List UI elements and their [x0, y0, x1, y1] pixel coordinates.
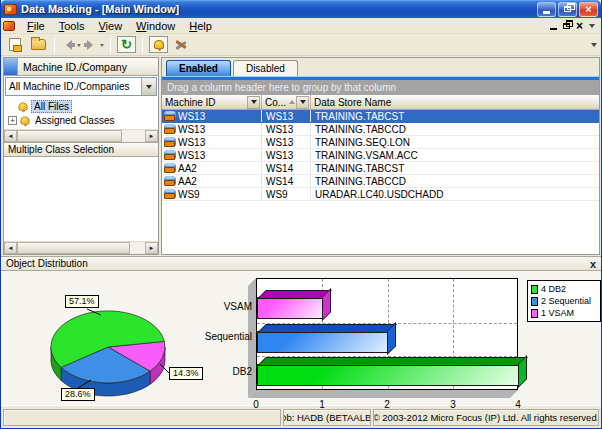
tools-icon: [174, 39, 188, 51]
cell-data-store: TRAINING.SEQ.LON: [311, 136, 599, 148]
cell-company: WS13: [262, 136, 311, 148]
data-store-icon: [164, 176, 176, 186]
panel-close-icon[interactable]: x: [590, 258, 596, 270]
table-row[interactable]: AA2 WS14 TRAINING.TABCST: [162, 162, 599, 175]
menu-help[interactable]: Help: [182, 19, 219, 33]
scroll-left-button[interactable]: ◄: [4, 130, 17, 142]
filter-dropdown-button[interactable]: [296, 96, 309, 109]
tab-enabled[interactable]: Enabled: [166, 60, 231, 76]
mdi-child-icon[interactable]: [3, 21, 15, 31]
menu-file[interactable]: File: [20, 19, 52, 33]
filter-dropdown-button[interactable]: [247, 96, 260, 109]
table-row[interactable]: WS9 WS9 URADAR.LC40.USDCHADD: [162, 188, 599, 201]
legend-swatch: [531, 285, 538, 294]
scroll-thumb[interactable]: [17, 130, 122, 142]
restore-button[interactable]: [558, 2, 577, 17]
chevron-down-icon[interactable]: [589, 24, 595, 31]
cell-data-store: TRAINING.TABCST: [311, 162, 599, 174]
data-store-icon: [164, 124, 176, 134]
toolbar-overflow-icon[interactable]: [591, 43, 597, 50]
back-button[interactable]: [61, 36, 81, 54]
toolbar-separator: [142, 37, 143, 53]
chart-legend: 4 DB22 Sequential1 VSAM: [527, 280, 601, 322]
chart-area: 57.1% 14.3% 28.6% VSAMSequentialDB201234…: [1, 271, 601, 405]
cell-data-store: TRAINING.VSAM.ACC: [311, 149, 599, 161]
data-store-icon: [164, 111, 176, 121]
scroll-thumb[interactable]: [17, 242, 130, 254]
toolbar-separator: [54, 37, 55, 53]
mdi-restore-button[interactable]: [563, 23, 570, 29]
multiple-class-title: Multiple Class Selection: [8, 144, 114, 155]
bell-icon: [21, 116, 30, 124]
bar-vsam: [257, 297, 323, 319]
pie-label-vsam: 14.3%: [169, 367, 203, 380]
column-label: Co...: [265, 97, 286, 108]
object-distribution-header: Object Distribution x: [1, 256, 601, 271]
column-header-machine-id[interactable]: Machine ID: [162, 95, 262, 109]
forward-icon: [87, 40, 98, 50]
scroll-right-button[interactable]: ►: [145, 130, 158, 142]
legend-entry: 2 Sequential: [531, 295, 597, 307]
menu-window[interactable]: Window: [129, 19, 182, 33]
tools-button[interactable]: [171, 36, 191, 54]
table-row[interactable]: WS13 WS13 TRAINING.VSAM.ACC: [162, 149, 599, 162]
cell-company: WS13: [262, 123, 311, 135]
tree-item-assigned-classes[interactable]: + Assigned Classes: [8, 113, 158, 127]
scroll-right-button[interactable]: ►: [145, 242, 158, 254]
object-distribution-title: Object Distribution: [6, 258, 88, 269]
scroll-left-button[interactable]: ◄: [4, 242, 17, 254]
tree-item-all-files[interactable]: All Files: [18, 99, 158, 113]
report-button[interactable]: [5, 36, 25, 54]
grid-tabs: Enabled Disabled: [162, 58, 599, 76]
forward-button[interactable]: [84, 36, 104, 54]
main-area: Machine ID./Company All Machine ID./Comp…: [1, 56, 601, 256]
cell-machine-id: AA2: [178, 176, 197, 187]
toolbar: ↻: [1, 34, 601, 56]
table-row[interactable]: AA2 WS14 TRAINING.TABCCD: [162, 175, 599, 188]
toolbar-separator: [110, 37, 111, 53]
data-store-icon: [164, 163, 176, 173]
minimize-button[interactable]: [537, 2, 556, 17]
column-header-company[interactable]: Co...: [262, 95, 311, 109]
bar-category-label: DB2: [204, 366, 252, 377]
bar-plot: [256, 278, 518, 390]
data-store-grid-panel: Enabled Disabled Drag a column header he…: [161, 57, 600, 255]
tab-disabled[interactable]: Disabled: [233, 60, 298, 76]
multiple-class-list[interactable]: [4, 157, 158, 241]
cell-data-store: TRAINING.TABCCD: [311, 175, 599, 187]
report-icon: [9, 38, 21, 51]
mdi-close-button[interactable]: ×: [576, 21, 583, 31]
table-row[interactable]: WS13 WS13 TRAINING.TABCCD: [162, 123, 599, 136]
panel-grip[interactable]: [4, 58, 18, 75]
group-by-band[interactable]: Drag a column header here to group by th…: [162, 80, 599, 95]
legend-entry: 1 VSAM: [531, 307, 597, 319]
column-label: Machine ID: [165, 97, 216, 108]
back-icon: [61, 40, 72, 50]
table-row[interactable]: WS13 WS13 TRAINING.TABCST: [162, 110, 599, 123]
close-button[interactable]: ×: [579, 2, 598, 17]
menu-tools[interactable]: Tools: [52, 19, 92, 33]
cell-data-store: TRAINING.TABCST: [311, 110, 599, 122]
chevron-down-icon: [300, 100, 306, 107]
multiple-class-header: Multiple Class Selection: [4, 142, 158, 157]
refresh-button[interactable]: ↻: [117, 36, 136, 53]
alerts-button[interactable]: [149, 36, 168, 53]
bar-chart: VSAMSequentialDB201234: [201, 275, 531, 403]
cell-company: WS14: [262, 162, 311, 174]
x-axis-tick: 4: [510, 399, 526, 410]
refresh-icon: ↻: [121, 37, 132, 52]
table-row[interactable]: WS13 WS13 TRAINING.SEQ.LON: [162, 136, 599, 149]
minimize-icon: [543, 11, 550, 14]
data-store-icon: [164, 150, 176, 160]
tree-horizontal-scrollbar[interactable]: ◄ ►: [4, 129, 158, 142]
list-horizontal-scrollbar[interactable]: ◄ ►: [4, 241, 158, 254]
combo-dropdown-button[interactable]: [141, 78, 156, 95]
cell-machine-id: AA2: [178, 163, 197, 174]
sort-ascending-icon: [289, 97, 295, 104]
column-header-data-store-name[interactable]: Data Store Name: [311, 95, 599, 109]
mdi-minimize-button[interactable]: [550, 28, 557, 30]
expand-icon[interactable]: +: [8, 116, 17, 125]
machine-filter-combo[interactable]: All Machine ID./Companies: [5, 77, 157, 96]
open-button[interactable]: [28, 36, 48, 54]
menu-view[interactable]: View: [91, 19, 129, 33]
